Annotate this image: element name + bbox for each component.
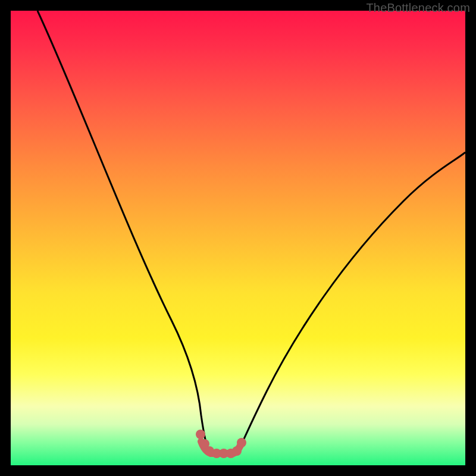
curve-right-branch (237, 152, 465, 453)
watermark-text: TheBottleneck.com (366, 1, 470, 15)
curve-left-branch (37, 11, 209, 453)
valley-dot (232, 446, 242, 456)
plot-area (11, 11, 465, 465)
valley-dot (196, 430, 205, 439)
chart-frame: TheBottleneck.com (0, 0, 476, 476)
valley-dot (237, 438, 246, 447)
chart-overlay (11, 11, 465, 465)
